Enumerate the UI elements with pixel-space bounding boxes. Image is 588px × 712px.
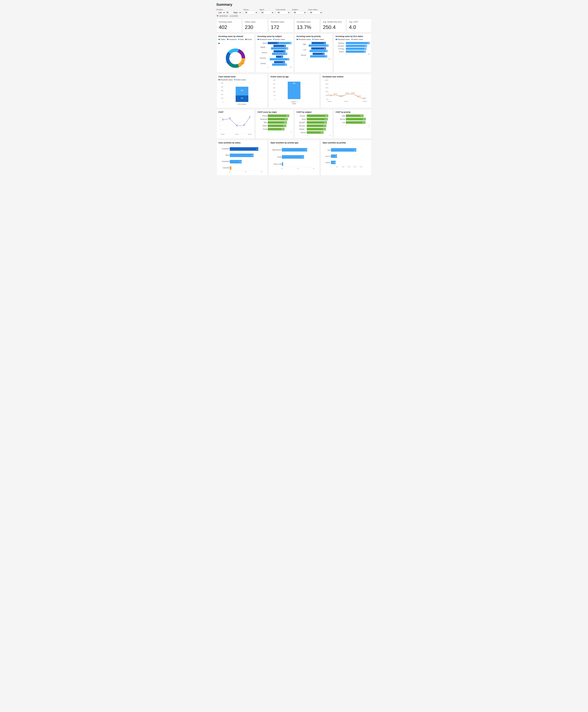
svg-rect-108: [282, 155, 304, 159]
svg-text:100%: 100%: [324, 79, 328, 81]
hbar-high: High 60 83: [297, 42, 331, 47]
csat-priority-axis: 24: [336, 125, 370, 126]
filter-row: Duration Last Days Queue All Agent All: [216, 8, 372, 14]
svg-text:2134: 2134: [354, 149, 357, 151]
sla-legend: Resolved cases Active cases: [336, 38, 370, 40]
case-status-select[interactable]: All: [308, 11, 322, 14]
case-activities-chart: Completed 3.6K Open 3.0K Scheduled 1.5K …: [218, 145, 266, 174]
agent-select[interactable]: All: [260, 11, 274, 14]
svg-text:Normal: Normal: [326, 155, 331, 157]
csat-phone: Phone 4.5: [257, 114, 292, 117]
svg-text:19.4%: 19.4%: [232, 66, 235, 68]
page: Summary Duration Last Days Queue All Age…: [214, 0, 374, 180]
hbar-inprogr: In Progr... 55: [336, 48, 370, 50]
incoming-by-sla-card: Incoming cases by SLA status Resolved ca…: [334, 34, 372, 72]
csat-subject-chart: Query|l... 4.5 Query 4.4 Query|P... 4.2: [297, 114, 331, 137]
svg-point-82: [244, 125, 244, 126]
subject-filter: Subject All: [292, 8, 306, 14]
svg-text:60%: 60%: [326, 87, 328, 89]
svg-text:Scheduled: Scheduled: [222, 161, 229, 162]
chart-row-3: CSAT 5 4 3 2 1: [216, 109, 372, 139]
svg-text:1.4K: 1.4K: [302, 156, 305, 158]
duration-preset-select[interactable]: Last: [216, 11, 226, 14]
svg-text:1 Week - 1: 1 Week - 1: [291, 101, 297, 103]
svg-rect-90: [230, 147, 258, 151]
svg-text:1K: 1K: [297, 168, 298, 169]
svg-rect-111: [282, 162, 283, 166]
svg-text:80%: 80%: [326, 83, 328, 85]
hbar-nonco: Nonco... 54: [336, 50, 370, 53]
csat-by-subject-card: CSAT by subject Query|l... 4.5 Query 4.4…: [295, 109, 333, 139]
calendar-icon: 📅: [216, 15, 219, 17]
hbar-row-default: Default ... 26 36: [257, 45, 292, 49]
csat-email: Email 3.5: [257, 128, 292, 130]
volume-legend: Resolved cases Active cases: [218, 79, 266, 81]
svg-text:(Blank): (Blank): [326, 162, 331, 163]
date-range: 📅 10/3/2019 - 11/1/2019: [216, 15, 372, 17]
csat-facebook: Facebook 4.2: [257, 118, 292, 120]
svg-text:2K: 2K: [245, 171, 247, 172]
hbar-succeed: Succeed... 57: [336, 45, 370, 47]
subject-select[interactable]: All: [292, 11, 306, 14]
svg-text:400: 400: [221, 86, 223, 88]
kpi-card-3: Escalated cases 13.7%: [295, 19, 320, 32]
svg-text:2019 October: 2019 October: [237, 103, 246, 105]
svg-text:18.9%: 18.9%: [228, 56, 231, 58]
kpi-card-1: Active cases 230: [243, 19, 268, 32]
svg-text:2K: 2K: [313, 168, 314, 169]
subject-hbar-chart: Query 37 38 Default ... 26 36 Service: [257, 41, 292, 69]
svg-text:Oct 20: Oct 20: [363, 101, 366, 102]
svg-text:Month: Month: [292, 103, 296, 105]
incoming-by-subject-card: Incoming cases by subject Resolved cases…: [255, 34, 294, 72]
svg-text:Oct 13: Oct 13: [235, 134, 238, 135]
svg-text:Completed: Completed: [222, 148, 229, 150]
svg-text:300: 300: [221, 90, 223, 91]
priority-legend: Resolved cases Active cases: [297, 38, 331, 40]
csat-web: Web 4.0: [257, 121, 292, 124]
svg-point-76: [222, 120, 223, 120]
svg-text:Appointment: Appointment: [272, 149, 281, 151]
duration-unit-select[interactable]: Days: [232, 11, 241, 14]
svg-text:26.3%: 26.3%: [345, 92, 349, 94]
legend-twitter: Twitter: [218, 38, 226, 40]
channel-expand-icon[interactable]: ▶: [218, 42, 220, 44]
case-priority-select[interactable]: All: [276, 11, 290, 14]
kpi-label-4: Avg. handle time (hrs): [323, 21, 343, 23]
channel-donut-chart: 18.9% 23.4% 19.4% 19.4% 18.9%: [218, 45, 252, 71]
svg-text:500: 500: [336, 166, 338, 167]
svg-text:11.1%: 11.1%: [357, 95, 361, 97]
svg-text:50: 50: [274, 95, 275, 96]
svg-text:0: 0: [274, 99, 275, 100]
agent-filter: Agent All: [260, 8, 274, 14]
svg-text:230: 230: [241, 89, 243, 91]
kpi-value-0: 402: [219, 24, 239, 30]
queue-select[interactable]: All: [244, 11, 258, 14]
priority-hbar-chart: High 60 83 Low 62 75 Normal 5: [297, 41, 331, 60]
resize-handle[interactable]: ⤡: [336, 126, 370, 128]
svg-text:Oct 13: Oct 13: [344, 101, 348, 102]
duration-value-input[interactable]: [226, 11, 232, 14]
svg-text:250: 250: [273, 79, 275, 81]
legend-active: Active cases: [273, 38, 285, 40]
svg-text:Open: Open: [225, 154, 229, 156]
svg-text:5: 5: [220, 117, 220, 118]
active-age-chart: 250 200 150 100 50 0 230: [271, 79, 318, 106]
chart-row-4: Case activities by status Completed 3.6K…: [216, 140, 372, 176]
svg-text:1,500: 1,500: [348, 166, 350, 167]
kpi-card-4: Avg. handle time (hrs) 250.4: [321, 19, 346, 32]
svg-text:23.4%: 23.4%: [241, 54, 244, 55]
svg-text:Email: Email: [277, 156, 281, 158]
svg-point-5: [231, 54, 240, 63]
svg-text:16.7%: 16.7%: [328, 94, 331, 96]
csat-origin-chart: Phone 4.5 Facebook 4.2 Web 4.0: [257, 114, 292, 133]
escalated-chart: 100% 80% 60% 40% 20% 0% 16.7%: [323, 79, 370, 106]
legend-facebook: Facebook: [227, 38, 237, 40]
svg-text:500: 500: [221, 82, 223, 84]
svg-text:2.8: 2.8: [236, 124, 237, 125]
svg-text:22.7%: 22.7%: [333, 93, 337, 95]
csat-priority-chart: High 3.7 Normal 4.2 Low 4.1: [336, 114, 370, 126]
svg-text:100: 100: [273, 91, 275, 92]
svg-text:4.6: 4.6: [229, 117, 231, 118]
svg-rect-93: [230, 153, 254, 157]
open-activities-priority-card: Open activities by priotity High 2134 No…: [321, 140, 372, 176]
